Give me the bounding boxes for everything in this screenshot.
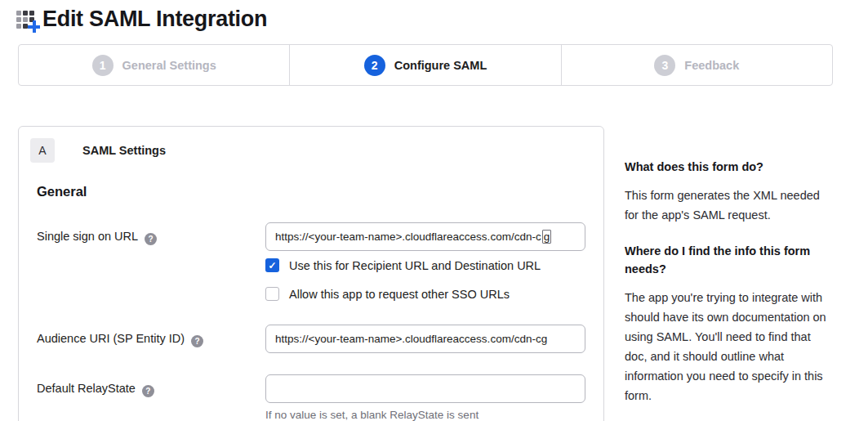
audience-uri-field-column: https://<your-team-name>.cloudflareacces… (265, 325, 585, 353)
other-sso-urls-checkbox[interactable]: ✓ (265, 287, 279, 301)
other-sso-urls-checkbox-row: ✓ Allow this app to request other SSO UR… (265, 287, 585, 301)
relay-state-field-column: If no value is set, a blank RelayState i… (265, 374, 585, 421)
sidebar-heading-what: What does this form do? (625, 158, 832, 176)
form-row-relay-state: Default RelayState? If no value is set, … (37, 374, 592, 421)
relay-state-input[interactable] (265, 374, 585, 403)
sidebar-body-where: The app you're trying to integrate with … (625, 288, 832, 405)
checkmark-icon: ✓ (268, 261, 276, 271)
saml-form: Single sign on URL? https://<your-team-n… (30, 222, 592, 421)
page-title: Edit SAML Integration (42, 7, 267, 32)
form-row-audience-uri: Audience URI (SP Entity ID)? https://<yo… (37, 325, 592, 353)
sso-url-value: https://<your-team-name>.cloudflareacces… (275, 231, 541, 243)
step-label: General Settings (122, 59, 216, 72)
sidebar-body-what: This form generates the XML needed for t… (625, 186, 832, 225)
wizard-step-feedback[interactable]: 3 Feedback (561, 45, 832, 85)
other-sso-urls-checkbox-label: Allow this app to request other SSO URLs (289, 288, 510, 301)
step-label: Feedback (684, 59, 739, 72)
wizard-step-configure-saml[interactable]: 2 Configure SAML (289, 45, 560, 85)
plus-icon (28, 20, 40, 33)
main-content: A SAML Settings General Single sign on U… (0, 86, 868, 421)
saml-settings-card: A SAML Settings General Single sign on U… (18, 126, 604, 421)
help-sidebar: What does this form do? This form genera… (625, 126, 832, 421)
form-row-sso-url: Single sign on URL? https://<your-team-n… (37, 222, 592, 301)
audience-uri-input[interactable]: https://<your-team-name>.cloudflareacces… (265, 325, 585, 353)
general-group-heading: General (37, 184, 592, 199)
edit-saml-integration-page: Edit SAML Integration 1 General Settings… (0, 0, 868, 421)
help-icon[interactable]: ? (145, 233, 157, 245)
recipient-url-checkbox-label: Use this for Recipient URL and Destinati… (289, 259, 541, 272)
page-header: Edit SAML Integration (0, 0, 868, 32)
relay-state-label: Default RelayState? (37, 374, 265, 397)
sidebar-heading-where: Where do I find the info this form needs… (625, 242, 832, 278)
audience-uri-label: Audience URI (SP Entity ID)? (37, 325, 265, 347)
relay-state-helper-text: If no value is set, a blank RelayState i… (265, 409, 585, 421)
help-icon[interactable]: ? (142, 385, 154, 397)
step-number-badge: 2 (364, 55, 385, 76)
step-label: Configure SAML (394, 59, 487, 72)
recipient-url-checkbox[interactable]: ✓ (265, 258, 279, 272)
step-number-badge: 3 (654, 55, 675, 76)
recipient-url-checkbox-row: ✓ Use this for Recipient URL and Destina… (265, 258, 585, 272)
sso-url-field-column: https://<your-team-name>.cloudflareacces… (265, 222, 585, 301)
step-number-badge: 1 (92, 55, 114, 76)
sso-url-input[interactable]: https://<your-team-name>.cloudflareacces… (265, 222, 585, 251)
sso-url-label: Single sign on URL? (37, 222, 265, 245)
step-wizard: 1 General Settings 2 Configure SAML 3 Fe… (18, 44, 833, 86)
section-title: SAML Settings (82, 144, 166, 157)
section-badge: A (30, 138, 55, 163)
saml-settings-header: A SAML Settings (30, 138, 592, 163)
audience-uri-value: https://<your-team-name>.cloudflareacces… (275, 333, 547, 345)
add-app-icon (16, 8, 38, 30)
wizard-step-general-settings[interactable]: 1 General Settings (19, 45, 289, 85)
help-icon[interactable]: ? (191, 335, 203, 347)
text-cursor: g (542, 230, 552, 244)
